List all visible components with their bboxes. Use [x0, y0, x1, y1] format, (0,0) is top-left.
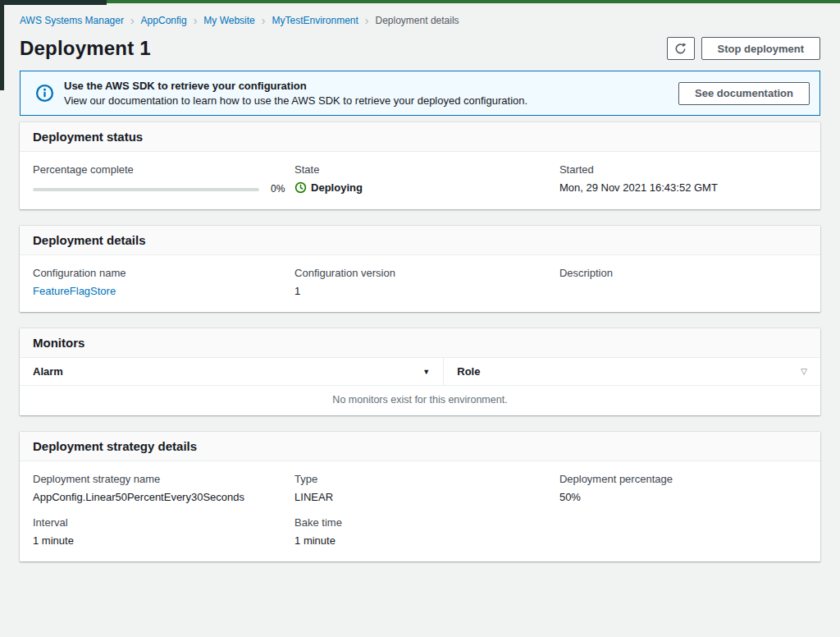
- window-top-edge: [0, 0, 840, 3]
- interval-field: Interval 1 minute: [33, 516, 294, 547]
- started-value: Mon, 29 Nov 2021 16:43:52 GMT: [559, 181, 807, 194]
- deployment-percentage-label: Deployment percentage: [559, 473, 807, 485]
- breadcrumb-separator-icon: ›: [194, 15, 198, 26]
- breadcrumb: AWS Systems Manager › AppConfig › My Web…: [20, 0, 820, 26]
- deployment-strategy-title: Deployment strategy details: [33, 439, 197, 453]
- configuration-version-value: 1: [294, 285, 559, 297]
- breadcrumb-link-appconfig[interactable]: AppConfig: [141, 15, 187, 26]
- strategy-type-label: Type: [294, 473, 559, 485]
- monitors-header: Monitors: [20, 328, 820, 358]
- window-top-edge-dark: [0, 0, 107, 5]
- refresh-button[interactable]: [667, 37, 695, 60]
- configuration-version-label: Configuration version: [294, 267, 559, 279]
- strategy-name-value: AppConfig.Linear50PercentEvery30Seconds: [33, 491, 294, 503]
- info-icon: [35, 84, 54, 103]
- bake-time-label: Bake time: [294, 516, 559, 529]
- strategy-name-field: Deployment strategy name AppConfig.Linea…: [33, 473, 294, 503]
- breadcrumb-link-mytestenvironment[interactable]: MyTestEnvironment: [272, 15, 358, 26]
- configuration-version-field: Configuration version 1: [294, 267, 559, 297]
- deployment-status-title: Deployment status: [33, 130, 143, 144]
- alarm-column-header[interactable]: Alarm ▼: [20, 358, 444, 385]
- configuration-name-field: Configuration name FeatureFlagStore: [33, 267, 294, 297]
- description-label: Description: [559, 267, 807, 279]
- page-actions: Stop deployment: [667, 37, 820, 60]
- breadcrumb-current: Deployment details: [376, 15, 459, 26]
- breadcrumb-separator-icon: ›: [262, 15, 266, 26]
- appconfig-deployment-page: AWS Systems Manager › AppConfig › My Web…: [0, 0, 840, 561]
- breadcrumb-separator-icon: ›: [365, 15, 369, 26]
- refresh-icon: [674, 43, 687, 55]
- percentage-complete-label: Percentage complete: [33, 163, 294, 176]
- bake-time-value: 1 minute: [294, 534, 559, 547]
- role-column-label: Role: [457, 365, 480, 378]
- breadcrumb-separator-icon: ›: [130, 15, 135, 26]
- deployment-percentage-field: Deployment percentage 50%: [559, 473, 807, 503]
- state-value: Deploying: [294, 181, 559, 194]
- state-field: State Deploying: [294, 163, 559, 195]
- strategy-type-value: LINEAR: [294, 491, 559, 503]
- deploying-clock-icon: [294, 181, 307, 194]
- deployment-details-card: Deployment details Configuration name Fe…: [20, 226, 820, 312]
- monitors-title: Monitors: [33, 336, 84, 350]
- deployment-percentage-value: 50%: [559, 491, 807, 503]
- interval-value: 1 minute: [33, 534, 294, 547]
- interval-label: Interval: [33, 516, 294, 529]
- deployment-details-header: Deployment details: [20, 226, 820, 255]
- sortable-icon: ▽: [801, 367, 807, 376]
- strategy-type-field: Type LINEAR: [294, 473, 559, 503]
- state-label: State: [294, 163, 559, 176]
- stop-deployment-button[interactable]: Stop deployment: [701, 37, 820, 60]
- page-header: Deployment 1 Stop deployment: [20, 37, 820, 60]
- alarm-column-label: Alarm: [33, 365, 63, 378]
- sort-descending-icon: ▼: [422, 368, 430, 376]
- page-title: Deployment 1: [20, 37, 151, 60]
- see-documentation-button[interactable]: See documentation: [678, 82, 810, 105]
- deployment-status-header: Deployment status: [20, 122, 820, 152]
- deployment-strategy-card: Deployment strategy details Deployment s…: [20, 432, 820, 561]
- deployment-details-title: Deployment details: [33, 233, 146, 247]
- percentage-complete-field: Percentage complete 0%: [33, 163, 294, 195]
- banner-text-block: Use the AWS SDK to retrieve your configu…: [64, 80, 669, 107]
- role-column-header[interactable]: Role ▽: [444, 358, 820, 385]
- info-banner: Use the AWS SDK to retrieve your configu…: [20, 71, 820, 116]
- configuration-name-link[interactable]: FeatureFlagStore: [33, 285, 116, 297]
- state-text: Deploying: [311, 181, 363, 194]
- configuration-name-label: Configuration name: [33, 267, 294, 279]
- breadcrumb-link-aws-systems-manager[interactable]: AWS Systems Manager: [20, 15, 124, 26]
- strategy-name-label: Deployment strategy name: [33, 473, 294, 485]
- deployment-strategy-header: Deployment strategy details: [20, 432, 820, 461]
- started-field: Started Mon, 29 Nov 2021 16:43:52 GMT: [559, 163, 807, 195]
- monitors-card: Monitors Alarm ▼ Role ▽ No monitors exis…: [20, 328, 820, 415]
- breadcrumb-link-my-website[interactable]: My Website: [203, 15, 254, 26]
- monitors-table-header: Alarm ▼ Role ▽: [20, 358, 820, 386]
- progress-percentage: 0%: [271, 183, 285, 195]
- started-label: Started: [559, 163, 807, 176]
- description-field: Description: [559, 267, 807, 297]
- banner-description: View our documentation to learn how to u…: [64, 94, 669, 107]
- deployment-status-card: Deployment status Percentage complete 0%…: [20, 122, 820, 209]
- progress-bar: [33, 188, 259, 191]
- banner-title: Use the AWS SDK to retrieve your configu…: [64, 80, 669, 92]
- bake-time-field: Bake time 1 minute: [294, 516, 559, 547]
- window-left-edge: [0, 0, 4, 90]
- monitors-empty-state: No monitors exist for this environment.: [20, 386, 820, 415]
